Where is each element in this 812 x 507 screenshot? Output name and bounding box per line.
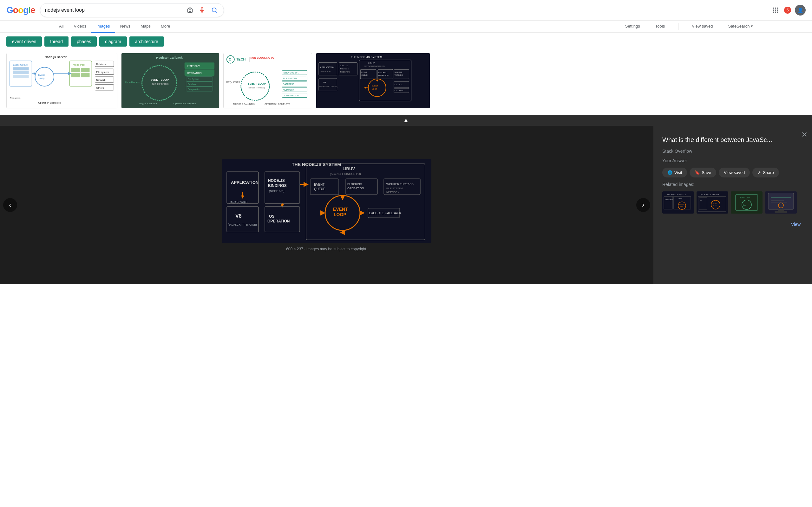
voice-search-button[interactable] [198,6,206,14]
next-image-button[interactable]: › [636,198,650,212]
svg-rect-62 [235,57,235,62]
svg-text:LOOP: LOOP [680,206,683,207]
image-thumb-3[interactable]: C TECH NON-BLOCKING I/O EVENT LOOP (Sing… [223,53,312,108]
image-thumb-2[interactable]: Register Callback EVENT LOOP (Single thr… [121,53,219,108]
svg-text:Operation Complete: Operation Complete [173,102,196,105]
related-thumb-1[interactable]: THE NODE.JS SYSTEM APPLICATION LIBUV EVE… [662,191,694,214]
svg-rect-175 [778,210,784,211]
svg-rect-14 [775,12,776,13]
svg-text:OPERATION: OPERATION [378,74,389,76]
svg-text:(JAVASCRIPT ENGINE): (JAVASCRIPT ENGINE) [319,86,338,88]
svg-text:EXECUTE: EXECUTE [395,83,403,86]
avatar[interactable]: 👤 [795,5,806,15]
svg-point-1 [189,9,191,12]
svg-point-28 [35,67,54,86]
svg-rect-8 [775,8,776,9]
svg-text:THE NODE.JS SYSTEM: THE NODE.JS SYSTEM [700,193,719,195]
detail-image-area: THE NODE.JS SYSTEM APPLICATION JAVASCRIP… [0,126,653,284]
camera-search-button[interactable] [186,6,194,14]
svg-text:C: C [229,57,231,61]
svg-text:OPERATION: OPERATION [267,219,290,223]
nav-view-saved[interactable]: View saved [687,20,718,33]
detail-source: Stack Overflow [662,149,803,154]
svg-text:OPERATION: OPERATION [347,187,364,190]
svg-rect-176 [774,211,787,213]
svg-rect-174 [768,193,794,210]
expand-arrow: ▲ [0,115,812,126]
chip-phases[interactable]: phases [71,37,97,47]
view-more-button[interactable]: View [789,219,803,229]
save-icon: 🔖 [695,170,700,175]
svg-text:LOOP: LOOP [334,212,346,217]
nav-images[interactable]: Images [91,20,115,33]
svg-text:Thread Pool: Thread Pool [71,63,85,66]
save-label: Save [702,170,711,175]
svg-text:Event Loop: Event Loop [740,197,750,199]
svg-text:V8: V8 [235,213,242,219]
svg-text:libuv/libs, etc: libuv/libs, etc [125,81,140,83]
svg-rect-11 [775,9,776,11]
notification-badge[interactable]: 5 [784,7,791,14]
svg-text:Database: Database [96,63,107,66]
svg-text:File System: File System [188,78,199,80]
related-thumb-2[interactable]: THE NODE.JS SYSTEM LIB EVENT LOOP [697,191,728,214]
svg-rect-21 [13,75,29,78]
visit-button[interactable]: 🌐 Visit [662,168,687,177]
header-right: 5 👤 [771,5,806,15]
svg-line-6 [216,11,217,13]
detail-side-panel: What is the different between JavaSc... … [653,126,812,284]
chip-event-driven[interactable]: event driven [6,37,42,47]
svg-text:QUEUE: QUEUE [314,187,325,191]
close-button[interactable]: ✕ [801,130,808,139]
svg-rect-9 [777,8,778,9]
view-saved-button[interactable]: View saved [719,168,750,177]
svg-rect-13 [773,12,774,13]
svg-text:THE NODE.JS SYSTEM: THE NODE.JS SYSTEM [667,193,687,195]
svg-text:OS: OS [269,214,274,219]
svg-text:APPLICATION: APPLICATION [665,199,673,201]
svg-text:THE NODE.JS SYSTEM: THE NODE.JS SYSTEM [292,162,341,167]
svg-rect-19 [13,67,29,70]
nav-videos[interactable]: Videos [68,20,91,33]
svg-text:EXECUTE CALLBACK: EXECUTE CALLBACK [369,211,402,215]
svg-text:EVENT: EVENT [361,71,367,73]
svg-text:EVENT LOOP: EVENT LOOP [247,82,266,85]
svg-rect-64 [249,57,250,62]
nav-tools[interactable]: Tools [650,20,670,33]
svg-text:(Single thread): (Single thread) [152,82,168,85]
chip-diagram[interactable]: diagram [99,37,127,47]
search-bar [40,3,224,17]
svg-text:NODE.JS: NODE.JS [340,65,348,66]
nav-more[interactable]: More [156,20,175,33]
image-thumb-4[interactable]: THE NODE.JS SYSTEM APPLICATION JAVASCRIP… [316,53,430,108]
detail-title: What is the different between JavaSc... [662,135,803,144]
share-button[interactable]: ↗ Share [752,168,779,177]
svg-text:Network: Network [96,78,105,81]
related-thumb-3[interactable]: Event Loop libuv [731,191,763,214]
svg-text:libuv: libuv [743,204,746,206]
search-input[interactable] [45,7,183,13]
related-thumb-4[interactable] [765,191,797,214]
nav-all[interactable]: All [54,20,68,33]
visit-label: Visit [674,170,682,175]
chip-architecture[interactable]: architecture [130,37,164,47]
svg-text:BLOCKING: BLOCKING [347,182,362,186]
svg-text:FILE SYSTEM: FILE SYSTEM [283,77,297,79]
svg-text:EVENT: EVENT [372,85,378,87]
svg-text:Operation Complete: Operation Complete [38,101,61,104]
svg-rect-20 [13,71,29,74]
detail-main-image[interactable]: THE NODE.JS SYSTEM APPLICATION JAVASCRIP… [222,159,432,243]
search-button[interactable] [210,5,219,15]
nav-settings[interactable]: Settings [620,20,645,33]
save-button[interactable]: 🔖 Save [690,168,716,177]
image-thumb-1[interactable]: Node.js Server Event Queue Thread Pool E… [6,53,117,108]
nav-news[interactable]: News [115,20,136,33]
chip-thread[interactable]: thread [44,37,68,47]
svg-text:EVENT: EVENT [333,207,348,212]
prev-image-button[interactable]: ‹ [3,198,17,212]
apps-button[interactable] [771,5,780,15]
filter-row: event driven thread phases diagram archi… [0,33,812,50]
svg-text:FILE SYSTEM: FILE SYSTEM [386,187,403,190]
nav-maps[interactable]: Maps [136,20,156,33]
nav-safe-search[interactable]: SafeSearch ▾ [723,20,758,33]
